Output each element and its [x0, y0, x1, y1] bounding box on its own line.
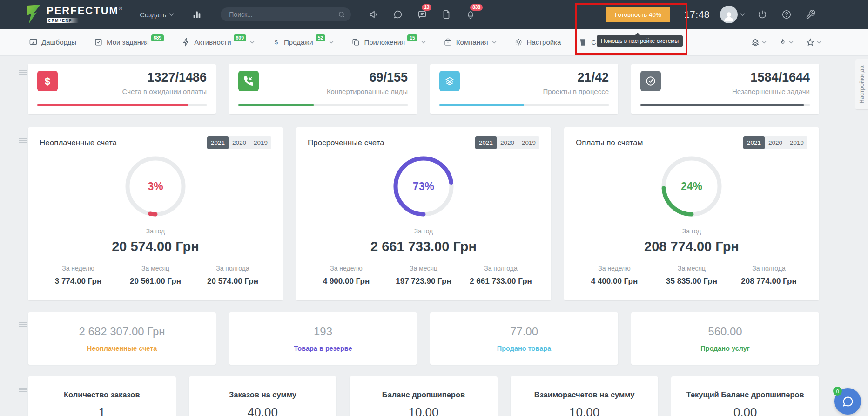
stat-label: Незавершенные задачи	[661, 88, 810, 95]
lightning-icon	[182, 38, 190, 47]
applications-badge: 15	[407, 34, 417, 42]
period-label: За полгода	[462, 265, 539, 272]
year-tab-2020[interactable]: 2020	[765, 136, 786, 149]
nav-item-dashboards[interactable]: Дашборды	[29, 38, 76, 47]
drag-handle[interactable]	[19, 137, 27, 144]
period-value: 4 900.00 Грн	[308, 277, 385, 286]
summary-card-unpaid-invoices: 2 682 307.00 Грн Неоплаченные счета	[28, 312, 216, 365]
chevron-down-icon	[250, 41, 255, 44]
logout-power-icon[interactable]	[757, 9, 767, 20]
progress-bar	[439, 104, 609, 106]
comments-badge: 13	[422, 4, 431, 11]
stat-label: Конвертированные лиды	[259, 88, 408, 95]
favorites-menu[interactable]	[806, 38, 821, 47]
dashboard-settings-tab[interactable]: Настройки да	[855, 59, 868, 109]
orders-row: Количество заказов 1 Заказов на сумму 40…	[28, 376, 819, 416]
chevron-down-icon	[169, 13, 174, 16]
nav-item-applications[interactable]: Приложения15	[351, 38, 425, 47]
sales-badge: 52	[316, 34, 326, 42]
chevron-down-icon	[789, 41, 794, 44]
year-tab-2019[interactable]: 2019	[518, 136, 539, 149]
documents-icon[interactable]	[441, 9, 451, 20]
year-tab-2021[interactable]: 2021	[475, 136, 497, 149]
order-title: Взаиморасчетов на сумму	[511, 390, 659, 399]
year-tab-2021[interactable]: 2021	[743, 136, 765, 149]
stat-value: 1327/1486	[58, 71, 207, 85]
drag-handle[interactable]	[19, 387, 27, 393]
summary-label: Продано услуг	[700, 345, 750, 352]
comments-icon[interactable]: 13	[417, 9, 427, 20]
layers-icon	[439, 71, 460, 91]
nav-item-settings[interactable]: Настройка	[514, 38, 561, 47]
nav-item-my-tasks[interactable]: Мои задания689	[94, 38, 164, 47]
create-button[interactable]: Создать	[140, 11, 174, 19]
notifications-bell-icon[interactable]: 838	[465, 9, 476, 20]
summary-value: 560.00	[708, 325, 742, 338]
period-label: За год	[40, 227, 271, 235]
layers-icon	[751, 38, 760, 47]
drag-handle[interactable]	[19, 321, 27, 328]
order-value: 1	[28, 405, 176, 416]
period-label: За неделю	[308, 265, 385, 272]
summary-row: 2 682 307.00 Грн Неоплаченные счета 193 …	[28, 312, 819, 365]
stat-value: 69/155	[259, 71, 408, 85]
year-tab-2019[interactable]: 2019	[786, 136, 807, 149]
period-value: 20 561.00 Грн	[117, 277, 194, 286]
period-value: 20 574.00 Грн	[194, 277, 271, 286]
chevron-down-icon	[492, 41, 497, 44]
order-value: 40.00	[189, 405, 337, 416]
order-card-dropshipper-balance: Баланс дропшиперов 10.00	[350, 376, 498, 416]
dashboard-icon	[29, 38, 38, 47]
year-tabs: 2021 2020 2019	[743, 136, 807, 149]
nav-item-sales[interactable]: $ Продажи52	[272, 38, 334, 47]
chat-icon[interactable]	[393, 9, 403, 20]
summary-label: Продано товара	[497, 345, 551, 352]
nav-item-activities[interactable]: Активности609	[182, 38, 255, 47]
perfectum-logo-icon	[25, 5, 42, 24]
period-value: 35 835.00 Грн	[653, 277, 730, 286]
chevron-down-icon	[762, 41, 767, 44]
period-label: За месяц	[117, 265, 194, 272]
period-label: За год	[308, 227, 539, 235]
search-input[interactable]	[228, 10, 338, 19]
year-tab-2021[interactable]: 2021	[207, 136, 229, 149]
period-label: За неделю	[576, 265, 653, 272]
readiness-tooltip: Помощь в настройке системы	[597, 35, 683, 47]
period-value: 197 723.90 Грн	[385, 277, 462, 286]
stat-value: 21/42	[460, 71, 609, 85]
svg-text:$: $	[275, 39, 278, 46]
year-tabs: 2021 2020 2019	[475, 136, 539, 149]
chat-widget-button[interactable]: 0	[834, 388, 861, 415]
main-nav: Дашборды Мои задания689 Активности609 $ …	[0, 29, 868, 56]
chat-bubble-icon	[841, 395, 855, 408]
dashboard-page: PERFECTUM® CRM+ERP Создать 13	[0, 0, 868, 416]
summary-card-reserved-goods: 193 Товара в резерве	[229, 312, 417, 365]
order-value: 0.00	[671, 405, 819, 416]
year-tab-2019[interactable]: 2019	[250, 136, 271, 149]
summary-value: 77.00	[510, 325, 538, 338]
year-tab-2020[interactable]: 2020	[229, 136, 250, 149]
layers-menu[interactable]	[751, 38, 767, 47]
hot-menu[interactable]	[779, 38, 794, 47]
order-card-current-dropshipper-balance: Текущий Баланс дропшиперов 0.00	[671, 376, 819, 416]
tools-wrench-icon[interactable]	[806, 9, 816, 20]
nav-item-company[interactable]: Компания	[444, 38, 497, 47]
help-icon[interactable]	[781, 9, 792, 20]
donut-row: Неоплаченные счета 2021 2020 2019 3% За …	[28, 127, 819, 300]
phone-incoming-icon	[238, 71, 259, 91]
statistics-icon[interactable]	[192, 9, 202, 20]
year-amount: 20 574.00 Грн	[40, 239, 271, 254]
readiness-button[interactable]: Готовность 40%	[606, 7, 670, 22]
year-amount: 2 661 733.00 Грн	[308, 239, 539, 254]
drag-handle[interactable]	[19, 69, 27, 76]
year-tab-2020[interactable]: 2020	[497, 136, 518, 149]
stat-label: Проекты в процессе	[460, 88, 609, 95]
card-title: Оплаты по счетам	[576, 136, 643, 148]
activities-badge: 609	[234, 34, 247, 42]
sound-icon[interactable]	[369, 9, 379, 20]
search-icon[interactable]	[338, 11, 345, 18]
user-menu[interactable]	[720, 6, 745, 23]
avatar	[720, 6, 738, 23]
perfectum-logo[interactable]: PERFECTUM® CRM+ERP	[25, 5, 123, 24]
progress-bar	[238, 104, 408, 106]
